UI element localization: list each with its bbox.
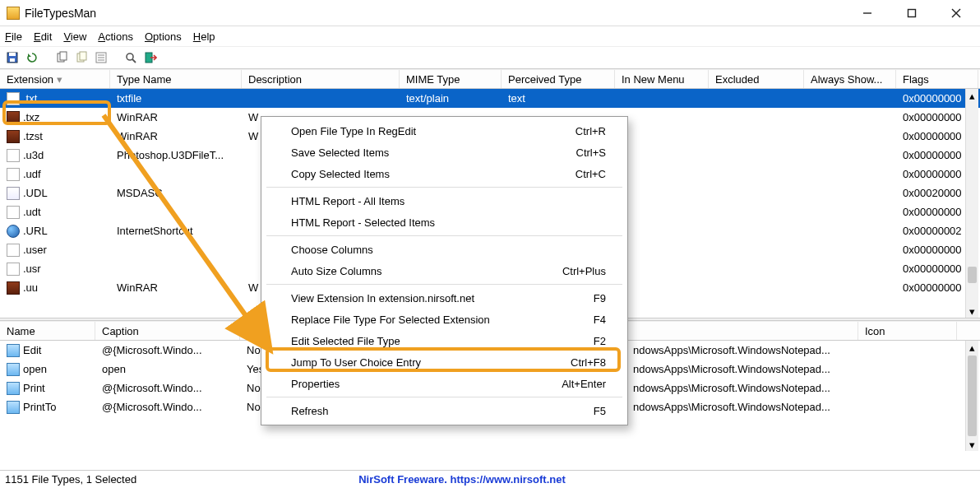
cell: InternetShortcut bbox=[110, 221, 242, 240]
column-header[interactable]: Always Show... bbox=[804, 70, 896, 88]
menu-item[interactable]: Jump To User Choice EntryCtrl+F8 bbox=[261, 351, 627, 373]
column-header[interactable]: MIME Type bbox=[400, 70, 502, 88]
find-icon[interactable] bbox=[123, 50, 138, 65]
menu-edit[interactable]: Edit bbox=[34, 30, 52, 43]
menu-item[interactable]: HTML Report - All Items bbox=[261, 190, 627, 211]
menu-item[interactable]: PropertiesAlt+Enter bbox=[261, 373, 627, 394]
svg-rect-6 bbox=[10, 58, 15, 62]
cell bbox=[858, 341, 957, 360]
menu-actions[interactable]: Actions bbox=[98, 30, 133, 43]
menu-file[interactable]: File bbox=[5, 30, 22, 43]
column-header[interactable]: Type Name bbox=[110, 70, 242, 88]
cell bbox=[615, 165, 709, 184]
svg-rect-1 bbox=[908, 9, 916, 16]
cell bbox=[709, 165, 804, 184]
extension-cell: .uu bbox=[0, 278, 110, 297]
menu-item-label: Open File Type In RegEdit bbox=[291, 125, 416, 137]
cell: @{Microsoft.Windo... bbox=[95, 379, 240, 397]
properties-icon[interactable] bbox=[94, 50, 109, 65]
column-header[interactable]: Caption bbox=[95, 322, 240, 340]
column-header[interactable]: Icon bbox=[858, 322, 957, 340]
maximize-button[interactable] bbox=[899, 5, 924, 21]
cell bbox=[615, 259, 709, 278]
menu-options[interactable]: Options bbox=[145, 30, 182, 43]
column-header[interactable]: Perceived Type bbox=[502, 70, 615, 88]
cell bbox=[709, 89, 804, 108]
cell: ndowsApps\Microsoft.WindowsNotepad... bbox=[626, 360, 858, 379]
column-header[interactable]: Flags bbox=[896, 70, 978, 88]
copy-icon[interactable] bbox=[54, 50, 69, 65]
window-title: FileTypesMan bbox=[25, 7, 855, 20]
cell bbox=[110, 259, 242, 278]
save-icon[interactable] bbox=[5, 50, 20, 65]
column-header[interactable]: Excluded bbox=[709, 70, 804, 88]
cell: PrintTo bbox=[0, 397, 95, 416]
menu-separator bbox=[266, 235, 622, 236]
exit-icon[interactable] bbox=[143, 50, 158, 65]
menu-item[interactable]: Save Selected ItemsCtrl+S bbox=[261, 142, 627, 163]
cell: text/plain bbox=[400, 89, 502, 108]
cell bbox=[709, 202, 804, 221]
scroll-thumb[interactable] bbox=[968, 267, 977, 283]
cell: open bbox=[0, 360, 95, 379]
scroll-up-icon[interactable]: ▴ bbox=[966, 341, 978, 354]
cell bbox=[709, 240, 804, 259]
filetype-icon bbox=[7, 187, 20, 200]
menu-item[interactable]: Replace File Type For Selected Extension… bbox=[261, 309, 627, 330]
top-scrollbar[interactable]: ▴ ▾ bbox=[965, 89, 978, 318]
cell: MSDASC bbox=[110, 184, 242, 202]
menu-item[interactable]: Copy Selected ItemsCtrl+C bbox=[261, 163, 627, 184]
menu-item[interactable]: View Extension In extension.nirsoft.netF… bbox=[261, 287, 627, 309]
cell: @{Microsoft.Windo... bbox=[95, 397, 240, 416]
copy2-icon[interactable] bbox=[74, 50, 89, 65]
menu-item[interactable]: Open File Type In RegEditCtrl+R bbox=[261, 120, 627, 142]
column-header[interactable] bbox=[626, 322, 858, 340]
column-header[interactable]: Name bbox=[0, 322, 95, 340]
extension-cell: .usr bbox=[0, 259, 110, 278]
cell: open bbox=[95, 360, 240, 379]
table-row[interactable]: .txttxtfiletext/plaintext0x00000000 bbox=[0, 89, 980, 108]
cell: WinRAR bbox=[110, 127, 242, 146]
scroll-thumb[interactable] bbox=[968, 356, 977, 436]
cell bbox=[709, 108, 804, 127]
refresh-icon[interactable] bbox=[25, 50, 39, 65]
extension-cell: .udf bbox=[0, 165, 110, 184]
app-icon bbox=[7, 7, 20, 20]
menu-item[interactable]: Edit Selected File TypeF2 bbox=[261, 330, 627, 351]
bottom-scrollbar[interactable]: ▴ ▾ bbox=[965, 341, 978, 451]
column-header[interactable]: Description bbox=[242, 70, 400, 88]
column-header[interactable]: Extension ▾ bbox=[0, 70, 110, 88]
cell: text bbox=[502, 89, 615, 108]
menu-item[interactable]: Auto Size ColumnsCtrl+Plus bbox=[261, 260, 627, 281]
cell bbox=[615, 221, 709, 240]
menu-item-accel: Ctrl+F8 bbox=[571, 356, 606, 369]
cell bbox=[804, 108, 896, 127]
menu-help[interactable]: Help bbox=[193, 30, 215, 43]
toolbar bbox=[0, 46, 980, 69]
filetype-icon bbox=[7, 281, 20, 295]
menu-item[interactable]: HTML Report - Selected Items bbox=[261, 211, 627, 233]
cell: Photoshop.U3DFileT... bbox=[110, 146, 242, 165]
extension-cell: .user bbox=[0, 240, 110, 259]
cell bbox=[804, 240, 896, 259]
minimize-button[interactable] bbox=[855, 5, 880, 21]
menu-item-label: HTML Report - Selected Items bbox=[291, 216, 435, 229]
menu-separator bbox=[266, 187, 622, 188]
column-header[interactable]: In New Menu bbox=[615, 70, 709, 88]
close-button[interactable] bbox=[944, 5, 968, 21]
svg-rect-10 bbox=[80, 52, 86, 60]
menu-view[interactable]: View bbox=[63, 30, 86, 43]
cell bbox=[804, 278, 896, 297]
menu-item[interactable]: RefreshF5 bbox=[261, 400, 627, 421]
menu-item[interactable]: Choose Columns bbox=[261, 239, 627, 260]
scroll-down-icon[interactable]: ▾ bbox=[966, 304, 978, 318]
cell bbox=[709, 146, 804, 165]
scroll-down-icon[interactable]: ▾ bbox=[966, 438, 978, 451]
cell bbox=[858, 397, 957, 416]
scroll-up-icon[interactable]: ▴ bbox=[966, 89, 978, 102]
top-header: Extension ▾Type NameDescriptionMIME Type… bbox=[0, 69, 980, 89]
filetype-icon bbox=[7, 130, 20, 143]
statusbar: 1151 File Types, 1 Selected NirSoft Free… bbox=[0, 470, 980, 488]
cell bbox=[615, 278, 709, 297]
status-link[interactable]: NirSoft Freeware. https://www.nirsoft.ne… bbox=[358, 473, 566, 486]
